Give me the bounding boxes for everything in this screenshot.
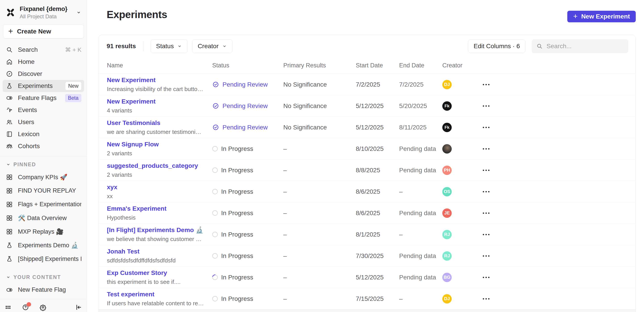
search-input[interactable] xyxy=(546,43,624,50)
compass-icon xyxy=(6,70,13,77)
section-header-your-content[interactable]: YOUR CONTENT xyxy=(0,271,87,283)
avatar[interactable]: DJ xyxy=(442,80,452,89)
sidebar-item-lexicon[interactable]: Lexicon xyxy=(0,128,87,140)
results-count: 91 results xyxy=(107,43,136,50)
row-actions-menu[interactable] xyxy=(483,210,493,216)
avatar[interactable]: BG xyxy=(442,273,452,282)
status-label: In Progress xyxy=(221,188,253,195)
column-header-creator: Creator xyxy=(442,62,483,69)
creator-cell: DJ xyxy=(442,80,483,89)
status-cell: In Progress xyxy=(212,145,283,153)
experiment-link[interactable]: New Experiment xyxy=(107,98,204,105)
filter-chips: StatusCreator xyxy=(150,39,232,53)
sidebar-item-label: Home xyxy=(18,58,82,65)
check-circle-icon xyxy=(212,102,219,109)
sidebar-item-cohorts[interactable]: Cohorts xyxy=(0,140,87,152)
primary-results-cell: – xyxy=(283,231,356,238)
cursor-click-icon xyxy=(6,107,13,114)
sidebar-item-mxp-replays-[interactable]: MXP Replays 🎥 xyxy=(0,225,87,238)
sidebar-item-discover[interactable]: Discover xyxy=(0,68,87,80)
experiment-link[interactable]: Test experiment xyxy=(107,291,204,298)
workspace-switcher[interactable]: Fixpanel {demo} All Project Data xyxy=(0,0,87,23)
start-date-cell: 8/6/2025 xyxy=(356,188,399,195)
experiment-link[interactable]: suggested_products_category xyxy=(107,162,204,169)
row-actions-menu[interactable] xyxy=(483,253,493,259)
avatar[interactable]: PH xyxy=(442,165,452,175)
sidebar-item-search[interactable]: Search⌘ + K xyxy=(0,44,87,56)
avatar[interactable]: Fk xyxy=(442,101,452,111)
row-actions-menu[interactable] xyxy=(483,275,493,280)
sidebar-item-feature-flags[interactable]: Feature FlagsBeta xyxy=(0,92,87,104)
apps-grid-icon[interactable] xyxy=(4,304,12,311)
experiment-link[interactable]: New Experiment xyxy=(107,77,204,84)
main-content: Experiments + New Experiment 91 results … xyxy=(87,0,644,312)
table-row: Jonah TestsdfdsfdsfsdfdffdfdsfsdfdsfdIn … xyxy=(98,245,636,267)
sidebar-item-label: Lexicon xyxy=(18,131,82,138)
edit-columns-button[interactable]: Edit Columns · 6 xyxy=(468,39,526,53)
avatar[interactable]: RJ xyxy=(442,230,452,239)
filter-creator-dropdown[interactable]: Creator xyxy=(192,39,232,53)
experiment-link[interactable]: xyx xyxy=(107,184,204,191)
sidebar-item-label: [Shipped] Experiments Demo 🖊️ xyxy=(18,255,82,263)
sidebar-item--shipped-experiments-demo-[interactable]: [Shipped] Experiments Demo 🖊️ xyxy=(0,252,87,266)
avatar[interactable]: JE xyxy=(442,208,452,218)
sidebar-item--data-overview[interactable]: 🛠️ Data Overview xyxy=(0,211,87,225)
row-actions-menu[interactable] xyxy=(483,232,493,237)
status-cell: Pending Review xyxy=(212,124,283,131)
start-date-cell: 7/30/2025 xyxy=(356,252,399,260)
collapse-sidebar-icon[interactable] xyxy=(75,304,82,311)
section-header-pinned[interactable]: PINNED xyxy=(0,159,87,170)
row-actions-menu[interactable] xyxy=(483,189,493,195)
row-actions-menu[interactable] xyxy=(483,82,493,88)
chevron-down-icon xyxy=(222,44,227,49)
experiment-name-cell: New Signup Flow2 variants xyxy=(107,141,212,157)
create-new-button[interactable]: + Create New xyxy=(3,24,84,38)
status-cell: In Progress xyxy=(212,167,283,174)
experiment-link[interactable]: Jonah Test xyxy=(107,248,204,255)
end-date-cell: Pending data xyxy=(399,167,442,174)
table-footer xyxy=(98,310,636,312)
row-actions-menu[interactable] xyxy=(483,103,493,109)
row-actions-menu[interactable] xyxy=(483,146,493,152)
experiment-subtitle: this experiment is to see if.... xyxy=(107,279,204,286)
sidebar-item-home[interactable]: Home xyxy=(0,56,87,68)
avatar[interactable]: OS xyxy=(442,187,452,196)
filter-status-dropdown[interactable]: Status xyxy=(150,39,188,53)
search-icon xyxy=(6,46,13,53)
sidebar-item-new-feature-flag[interactable]: New Feature Flag xyxy=(0,283,87,297)
sidebar-item-experiments[interactable]: ExperimentsNew xyxy=(3,80,84,92)
sidebar: Fixpanel {demo} All Project Data + Creat… xyxy=(0,0,87,312)
row-actions-menu[interactable] xyxy=(483,167,493,173)
avatar[interactable]: RJ xyxy=(442,251,452,261)
cohorts-icon xyxy=(6,143,13,150)
row-actions-menu[interactable] xyxy=(483,296,493,302)
sidebar-item-company-kpis-[interactable]: Company KPIs 🚀 xyxy=(0,170,87,184)
avatar[interactable]: DJ xyxy=(442,294,452,304)
experiment-link[interactable]: [In Flight] Experiments Demo 🔬 xyxy=(107,226,204,234)
sidebar-item-flags-experimentation-demo-[interactable]: Flags + Experimentation Demo , xyxy=(0,197,87,211)
table-row: New ExperimentIncreasing visibility of t… xyxy=(98,74,636,95)
new-experiment-button[interactable]: + New Experiment xyxy=(567,11,636,22)
settings-gear-icon[interactable] xyxy=(39,304,46,311)
avatar[interactable]: Fk xyxy=(442,123,452,132)
experiments-card: 91 results StatusCreator Edit Columns · … xyxy=(98,35,636,312)
progress-ring-icon xyxy=(212,167,218,173)
experiment-link[interactable]: New Signup Flow xyxy=(107,141,204,148)
help-icon[interactable] xyxy=(22,304,29,311)
end-date-cell: – xyxy=(399,295,442,303)
search-icon xyxy=(536,43,543,49)
sidebar-item-experiments-demo-[interactable]: Experiments Demo 🔬 xyxy=(0,238,87,252)
progress-ring-icon xyxy=(212,296,218,302)
experiment-link[interactable]: Emma's Experiment xyxy=(107,205,204,212)
experiment-link[interactable]: User Testimonials xyxy=(107,119,204,127)
experiment-link[interactable]: Exp Customer Story xyxy=(107,269,204,277)
avatar[interactable] xyxy=(442,144,452,154)
status-label: Pending Review xyxy=(222,124,268,131)
sidebar-item-users[interactable]: Users xyxy=(0,116,87,128)
row-actions-menu[interactable] xyxy=(483,125,493,130)
toggle-icon xyxy=(6,94,13,102)
sidebar-item-events[interactable]: Events xyxy=(0,104,87,116)
primary-results-cell: – xyxy=(283,295,356,303)
sidebar-item-find-your-replay[interactable]: FIND YOUR REPLAY xyxy=(0,184,87,197)
chevron-down-icon xyxy=(6,162,11,167)
